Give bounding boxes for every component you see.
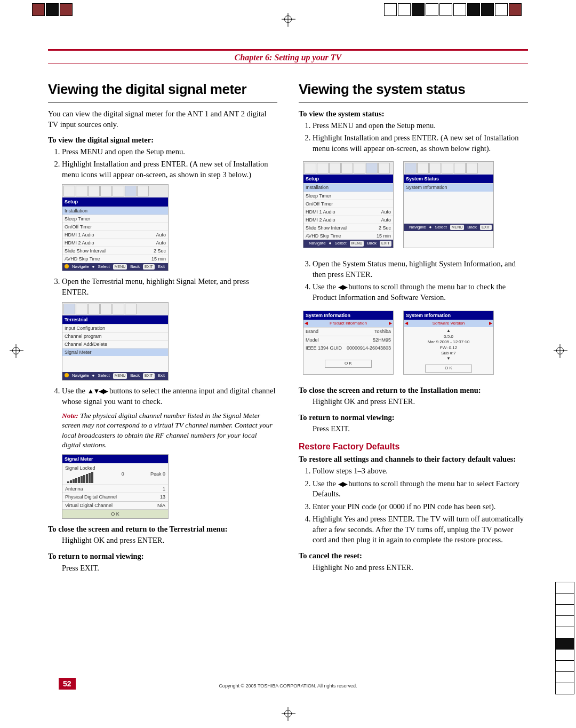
page-body: Viewing the digital signal meter You can… (48, 80, 528, 664)
osd-setup-header: Setup (62, 197, 168, 206)
right-close-h: To close the screen and return to the In… (299, 385, 528, 396)
left-title: Viewing the digital signal meter (48, 80, 277, 102)
osd-ok-button: O K (62, 509, 168, 518)
right-close-body: Highlight OK and press ENTER. (313, 397, 528, 407)
left-close-h: To close the screen and return to the Te… (48, 524, 277, 535)
right-step-1: Press MENU and open the Setup menu. (313, 121, 528, 131)
restore-step-1: Follow steps 1–3 above. (313, 466, 528, 477)
osd-terrestrial-header: Terrestrial (62, 315, 168, 324)
signal-value: 0 (122, 471, 124, 477)
restore-step-2: Use the ◀▶ buttons to scroll through the… (313, 479, 528, 500)
side-crop-bars (555, 582, 574, 694)
left-step-4: Use the ▲▼◀▶ buttons to select the anten… (62, 386, 277, 407)
left-intro: You can view the digital signal meter fo… (48, 109, 277, 130)
registration-bottom (284, 710, 292, 717)
osd-signal-meter: Signal Meter Signal Locked 0 Peak 0 Ante… (62, 454, 169, 519)
left-note: Note: The physical digital channel numbe… (62, 411, 277, 450)
cancel-h: To cancel the reset: (299, 551, 528, 561)
right-column: Viewing the system status To view the sy… (299, 80, 528, 664)
crop-marks-top (0, 2, 576, 24)
right-return-h: To return to normal viewing: (299, 413, 528, 423)
osd-terrestrial: Terrestrial Input Configuration Channel … (62, 302, 169, 381)
signal-bars-icon (65, 471, 95, 483)
registration-right (556, 347, 564, 354)
signal-locked-label: Signal Locked (65, 465, 95, 471)
osd-pair-1: Setup Installation Sleep Timer On/Off Ti… (303, 158, 528, 254)
right-h1: To view the system status: (299, 109, 528, 120)
left-step-2: Highlight Installation and press ENTER. … (62, 159, 277, 180)
restore-heading: Restore Factory Defaults (299, 441, 528, 453)
osd-setup: Setup Installation Sleep Timer On/Off Ti… (62, 184, 169, 271)
right-return-body: Press EXIT. (313, 424, 528, 434)
restore-lead: To restore all settings and channels to … (299, 454, 528, 465)
left-column: Viewing the digital signal meter You can… (48, 80, 277, 664)
left-close-body: Highlight OK and press ENTER. (62, 535, 277, 546)
right-step-4: Use the ◀▶ buttons to scroll through the… (313, 282, 528, 303)
restore-step-4: Highlight Yes and press ENTER. The TV wi… (313, 514, 528, 545)
right-step-3: Open the System Status menu, highlight S… (313, 259, 528, 280)
osd-setup-right: Setup Installation Sleep Timer On/Off Ti… (303, 161, 394, 248)
registration-left (12, 347, 20, 354)
cancel-body: Highlight No and press ENTER. (313, 563, 528, 573)
osd-system-status: System Status System Information Navigat… (403, 161, 494, 248)
osd-pair-2: System Information ◀Product Information▶… (303, 307, 528, 380)
left-step-1: Press MENU and open the Setup menu. (62, 147, 277, 157)
copyright: Copyright © 2005 TOSHIBA CORPORATION. Al… (0, 683, 576, 689)
osd-product-info: System Information ◀Product Information▶… (303, 311, 394, 375)
restore-step-3: Enter your PIN code (or 0000 if no PIN c… (313, 502, 528, 512)
right-step-2: Highlight Installation and press ENTER. … (313, 133, 528, 154)
osd-software-version: System Information ◀Software Version▶ ▲ … (403, 311, 494, 375)
left-return-body: Press EXIT. (62, 563, 277, 574)
right-title: Viewing the system status (299, 80, 528, 102)
left-step-3: Open the Terrestrial menu, highlight Sig… (62, 276, 277, 297)
left-return-h: To return to normal viewing: (48, 551, 277, 562)
chapter-header: Chapter 6: Setting up your TV (48, 49, 528, 64)
left-h1: To view the digital signal meter: (48, 135, 277, 146)
